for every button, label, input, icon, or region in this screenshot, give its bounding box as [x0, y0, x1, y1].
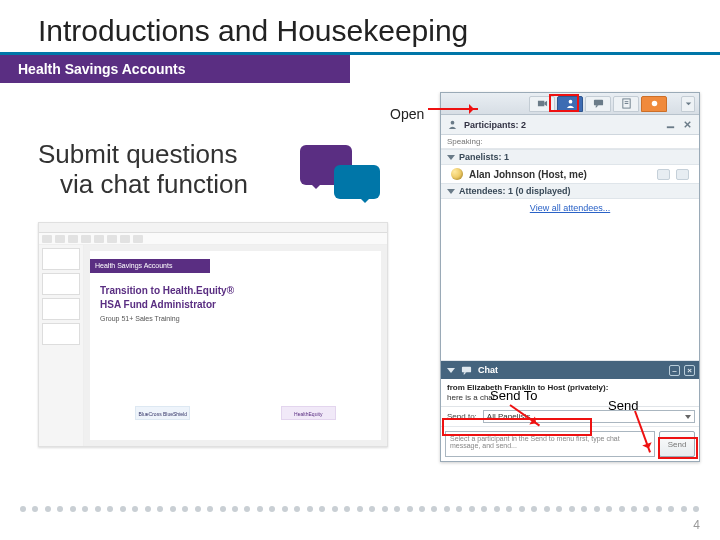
chat-input[interactable]: Select a participant in the Send to menu… [445, 431, 655, 457]
page-number: 4 [693, 518, 700, 532]
webex-panel: Participants: 2 Speaking: Panelists: 1 A… [440, 92, 700, 462]
slide-thumbnails [39, 245, 84, 446]
sendto-callout-label: Send To [490, 388, 537, 403]
open-callout-label: Open [390, 106, 424, 122]
send-to-select[interactable]: All Panelists [483, 410, 695, 423]
svg-rect-0 [537, 101, 543, 107]
chat-bubble-blue-icon [334, 165, 380, 199]
chat-icon [461, 365, 472, 376]
tab-dropdown-icon[interactable] [681, 96, 695, 112]
chevron-down-icon [447, 189, 455, 194]
app-titlebar [39, 223, 387, 233]
participants-count: Participants: 2 [464, 120, 526, 130]
panelist-row: Alan Johnson (Host, me) [441, 165, 699, 183]
chat-minimize-icon[interactable]: – [669, 365, 680, 376]
chevron-down-icon [685, 415, 691, 419]
view-all-link[interactable]: View all attendees... [530, 203, 610, 213]
host-globe-icon [451, 168, 463, 180]
chat-bubbles-icon [300, 145, 352, 185]
panelist-name: Alan Johnson (Host, me) [469, 169, 587, 180]
svg-rect-11 [462, 366, 471, 372]
chevron-down-icon [447, 155, 455, 160]
attendees-header[interactable]: Attendees: 1 (0 displayed) [441, 183, 699, 199]
tab-participants-icon[interactable] [557, 96, 583, 112]
open-arrow [428, 108, 478, 110]
close-icon[interactable] [682, 119, 693, 130]
chat-header-label: Chat [478, 365, 498, 375]
svg-rect-2 [593, 100, 602, 106]
inner-slide-subtitle: Group 51+ Sales Training [100, 315, 180, 322]
shared-presentation-thumbnail: Health Savings Accounts Transition to He… [38, 222, 388, 447]
view-all-attendees[interactable]: View all attendees... [441, 199, 699, 219]
speaking-row: Speaking: [441, 135, 699, 149]
video-icon[interactable] [676, 169, 689, 180]
logo-healthequity: HealthEquity [281, 406, 336, 420]
participants-controls: Participants: 2 [441, 115, 699, 135]
tab-chat-icon[interactable] [585, 96, 611, 112]
tab-record-icon[interactable] [641, 96, 667, 112]
decorative-dots [20, 506, 700, 514]
subtitle-bar: Health Savings Accounts [0, 55, 350, 83]
instruction-text: Submit questions via chat function [38, 140, 248, 200]
tab-video-icon[interactable] [529, 96, 555, 112]
inner-slide-bar: Health Savings Accounts [90, 259, 210, 273]
page-title: Introductions and Housekeeping [38, 14, 720, 48]
chevron-down-icon [447, 368, 455, 373]
participants-icon [447, 119, 458, 130]
panelists-header-label: Panelists: 1 [459, 152, 509, 162]
message-row: Select a participant in the Send to menu… [441, 427, 699, 461]
svg-point-1 [568, 100, 572, 104]
chat-header[interactable]: Chat – × [441, 361, 699, 379]
app-toolbar [39, 233, 387, 245]
send-button[interactable]: Send [659, 431, 695, 457]
panel-spacer [441, 219, 699, 361]
chat-from-line: from Elizabeth Franklin to Host (private… [447, 383, 693, 393]
inner-slide-title1: Transition to Health.Equity® [100, 285, 234, 296]
panelists-header[interactable]: Panelists: 1 [441, 149, 699, 165]
attendees-header-label: Attendees: 1 (0 displayed) [459, 186, 571, 196]
instruction-line1: Submit questions [38, 139, 237, 169]
inner-slide-title2: HSA Fund Administrator [100, 299, 216, 310]
minimize-icon[interactable] [665, 119, 676, 130]
logo-bcbs: BlueCross BlueShield [135, 406, 190, 420]
tab-notes-icon[interactable] [613, 96, 639, 112]
svg-point-7 [451, 121, 455, 125]
svg-rect-8 [667, 126, 674, 128]
instruction-line2: via chat function [38, 170, 248, 200]
send-to-label: Send to: [445, 412, 479, 421]
inner-slide: Health Savings Accounts Transition to He… [90, 251, 381, 440]
audio-icon[interactable] [657, 169, 670, 180]
chat-message-line: here is a chat [447, 393, 693, 403]
chat-log: from Elizabeth Franklin to Host (private… [441, 379, 699, 407]
send-to-row: Send to: All Panelists [441, 407, 699, 427]
svg-point-6 [651, 101, 657, 107]
panel-tabstrip [441, 93, 699, 115]
chat-close-icon[interactable]: × [684, 365, 695, 376]
